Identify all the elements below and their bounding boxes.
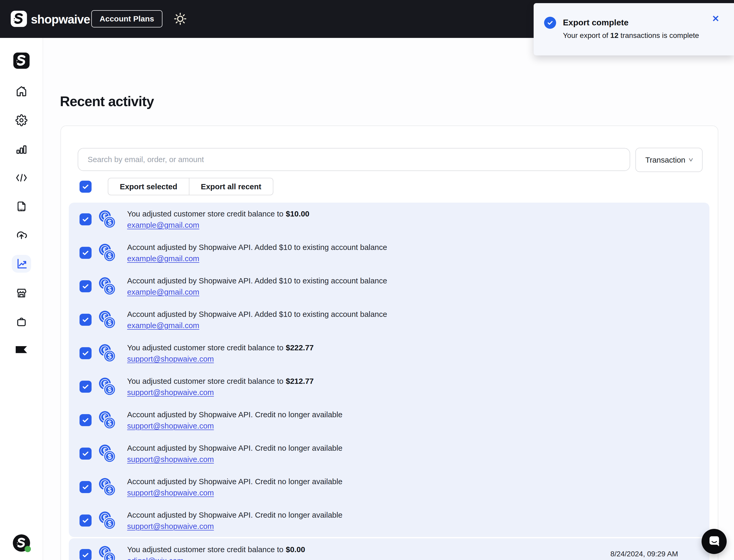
row-checkbox[interactable]: [79, 314, 92, 326]
activity-row-text: Account adjusted by Shopwaive API. Credi…: [127, 443, 342, 464]
activity-row-text: Account adjusted by Shopwaive API. Credi…: [127, 410, 342, 430]
close-icon[interactable]: ✕: [712, 14, 720, 23]
row-checkbox[interactable]: [79, 347, 92, 359]
chat-launcher-button[interactable]: [702, 529, 727, 554]
activity-card: Transaction ˅ Export selected Export all…: [60, 125, 718, 560]
row-checkbox[interactable]: [79, 515, 92, 527]
activity-row: Account adjusted by Shopwaive API. Credi…: [69, 470, 709, 504]
row-checkbox[interactable]: [79, 280, 92, 292]
customer-email-link[interactable]: support@shopwaive.com: [127, 488, 214, 497]
export-all-recent-button[interactable]: Export all recent: [189, 178, 273, 195]
currency-coins-icon: [99, 511, 116, 530]
chat-bubble-icon: [707, 534, 721, 548]
shopwaive-swirl-icon: [13, 13, 25, 25]
activity-amount: $10.00: [286, 209, 309, 218]
currency-coins-icon: [99, 478, 116, 496]
activity-description: Account adjusted by Shopwaive API. Added…: [127, 310, 387, 318]
currency-coins-icon: [99, 344, 116, 362]
toast-message: Your export of 12 transactions is comple…: [563, 31, 699, 40]
row-checkbox[interactable]: [79, 549, 92, 560]
sidebar-item-store[interactable]: [13, 285, 30, 301]
toast-message-suffix: transactions is complete: [618, 31, 699, 39]
activity-description: Account adjusted by Shopwaive API. Credi…: [127, 410, 342, 419]
success-check-icon: [544, 17, 556, 29]
activity-description: You adjusted customer store credit balan…: [127, 209, 283, 218]
csv-file-icon: CSV: [15, 200, 27, 212]
currency-coins-icon: [99, 546, 116, 560]
activity-row: Account adjusted by Shopwaive API. Credi…: [69, 403, 709, 437]
customer-email-link[interactable]: example@gmail.com: [127, 321, 199, 330]
activity-row-text: Account adjusted by Shopwaive API. Added…: [127, 310, 387, 330]
activity-amount: $212.77: [286, 377, 313, 385]
select-all-checkbox[interactable]: [79, 181, 92, 193]
light-mode-sun-icon[interactable]: [173, 12, 187, 26]
export-selected-button[interactable]: Export selected: [108, 178, 189, 195]
activity-group: 8/24/2024, 09:29 AM You adjusted custome…: [69, 538, 709, 560]
user-avatar[interactable]: [13, 534, 30, 552]
activity-description: Account adjusted by Shopwaive API. Added…: [127, 276, 387, 285]
activity-row-text: Account adjusted by Shopwaive API. Credi…: [127, 477, 342, 497]
chevron-down-icon: ˅: [689, 156, 693, 164]
activity-description: Account adjusted by Shopwaive API. Credi…: [127, 511, 342, 519]
svg-text:CSV: CSV: [18, 208, 25, 212]
transaction-filter-dropdown[interactable]: Transaction ˅: [635, 148, 703, 172]
currency-coins-icon: [99, 444, 116, 463]
activity-row-text: You adjusted customer store credit balan…: [127, 209, 309, 229]
sidebar-item-analytics[interactable]: [13, 141, 30, 158]
row-checkbox[interactable]: [79, 213, 92, 225]
row-checkbox[interactable]: [79, 448, 92, 460]
customer-email-link[interactable]: support@shopwaive.com: [127, 355, 214, 363]
main-content: Recent activity Accounts Recent activity…: [43, 38, 734, 560]
currency-coins-icon: [99, 244, 116, 262]
customer-email-link[interactable]: example@gmail.com: [127, 254, 199, 263]
activity-description: Account adjusted by Shopwaive API. Credi…: [127, 477, 342, 486]
sidebar-item-import[interactable]: [13, 227, 30, 243]
online-status-dot: [25, 546, 31, 552]
currency-coins-icon: [99, 411, 116, 429]
account-plans-button[interactable]: Account Plans: [91, 10, 162, 27]
customer-email-link[interactable]: example@gmail.com: [127, 288, 199, 296]
customer-email-link[interactable]: support@shopwaive.com: [127, 421, 214, 430]
currency-coins-icon: [99, 277, 116, 295]
row-checkbox[interactable]: [79, 481, 92, 493]
customer-email-link[interactable]: adigol@wix.com: [127, 556, 183, 560]
sidebar-item-logo[interactable]: [13, 52, 30, 69]
activity-row-text: Account adjusted by Shopwaive API. Added…: [127, 243, 387, 263]
activity-row-text: Account adjusted by Shopwaive API. Added…: [127, 276, 387, 296]
sidebar-item-developer[interactable]: [13, 169, 30, 186]
currency-coins-icon: [99, 210, 116, 228]
shopwaive-logo[interactable]: [11, 11, 27, 27]
sidebar-item-home[interactable]: [13, 83, 30, 100]
activity-row: Account adjusted by Shopwaive API. Credi…: [69, 437, 709, 470]
search-input[interactable]: [78, 148, 630, 171]
activity-row-text: Account adjusted by Shopwaive API. Credi…: [127, 510, 342, 530]
activity-description: Account adjusted by Shopwaive API. Credi…: [127, 444, 342, 452]
code-icon: [15, 173, 28, 183]
activity-row: You adjusted customer store credit balan…: [69, 370, 709, 403]
toast-message-prefix: Your export of: [563, 31, 610, 39]
sidebar-item-integration-flag[interactable]: [13, 341, 30, 358]
row-checkbox[interactable]: [79, 414, 92, 426]
sidebar-item-csv-export[interactable]: CSV: [13, 198, 30, 215]
customer-email-link[interactable]: support@shopwaive.com: [127, 455, 214, 464]
activity-row: You adjusted customer store credit balan…: [69, 203, 709, 236]
activity-group: You adjusted customer store credit balan…: [69, 203, 709, 537]
line-chart-icon: [15, 258, 27, 270]
sidebar-item-orders[interactable]: [13, 313, 30, 330]
row-checkbox[interactable]: [79, 381, 92, 393]
customer-email-link[interactable]: support@shopwaive.com: [127, 388, 214, 397]
sidebar-item-settings[interactable]: [13, 112, 30, 129]
icon-sidebar: CSV: [0, 38, 43, 560]
activity-amount: $222.77: [286, 343, 313, 352]
activity-row: Account adjusted by Shopwaive API. Added…: [69, 236, 709, 270]
page-title: Recent activity: [60, 93, 154, 109]
activity-description: You adjusted customer store credit balan…: [127, 545, 283, 554]
brand-wordmark: shopwaive: [31, 12, 90, 26]
sidebar-item-activity-active[interactable]: [12, 255, 31, 273]
customer-email-link[interactable]: example@gmail.com: [127, 221, 199, 230]
row-checkbox[interactable]: [79, 247, 92, 259]
currency-coins-icon: [99, 311, 116, 329]
shopping-bag-icon: [15, 316, 27, 328]
storefront-icon: [15, 287, 27, 299]
customer-email-link[interactable]: support@shopwaive.com: [127, 522, 214, 531]
